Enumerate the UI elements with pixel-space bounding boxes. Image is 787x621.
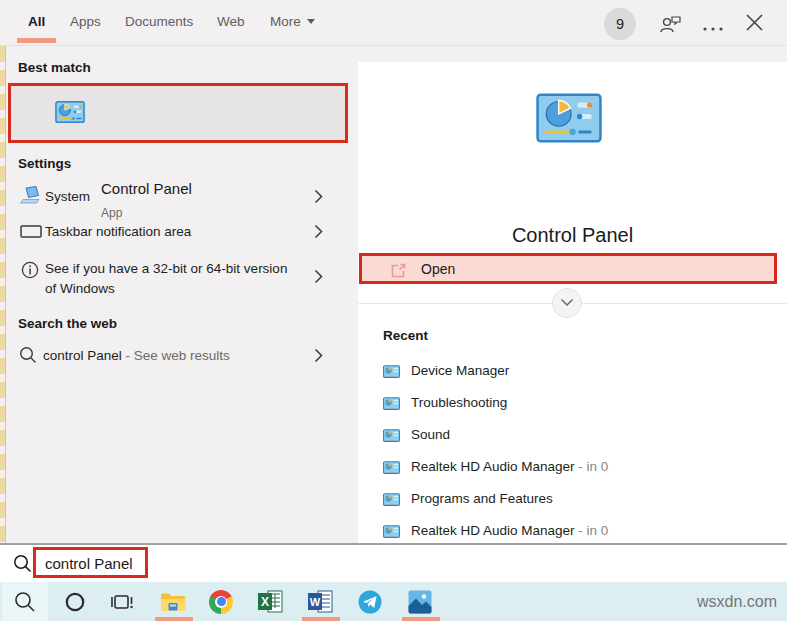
control-panel-mini-icon [383,461,400,474]
recent-item-label: Realtek HD Audio Manager - in 0 [411,523,608,538]
recent-item-label: Sound [411,427,450,442]
search-icon [13,554,32,573]
control-panel-mini-icon [383,525,400,538]
recent-item-label: Troubleshooting [411,395,507,410]
excel-icon: X [258,590,283,613]
search-web-label: control Panel - See web results [43,348,230,363]
notification-count-badge[interactable]: 9 [604,8,636,40]
recent-header: Recent [383,328,428,343]
feedback-person-icon [658,13,682,35]
tab-documents[interactable]: Documents [125,14,193,29]
chevron-right-icon [314,224,323,239]
cortana-icon [64,591,86,613]
tab-more[interactable]: More [270,14,315,29]
search-input-value[interactable]: control Panel [45,555,133,572]
taskbar-search-button[interactable] [2,582,48,621]
control-panel-mini-icon [383,429,400,442]
running-app-indicator [155,617,193,621]
chevron-right-icon [314,269,323,284]
recent-item-label: Programs and Features [411,491,553,506]
taskbar-icon [20,225,42,238]
search-the-web-header: Search the web [18,316,117,331]
laptop-icon [20,186,42,205]
taskbar-search-box[interactable]: control Panel [0,543,787,582]
search-flyout-topbar: All Apps Documents Web More 9 [0,0,787,46]
preview-app-title: Control Panel [358,224,787,247]
open-external-icon [390,262,407,279]
feedback-button[interactable] [658,13,682,39]
settings-item-label: See if you have a 32-bit or 64-bit versi… [45,259,295,299]
search-icon [19,346,37,364]
settings-item-label: Taskbar notification area [45,224,191,239]
result-preview-panel: Control Panel App Open Recent Device Man… [358,62,787,543]
recent-item-label: Realtek HD Audio Manager - in 0 [411,459,608,474]
search-web-result[interactable]: control Panel - See web results [0,342,348,372]
photos-icon [408,590,432,614]
more-options-button[interactable] [702,18,724,36]
open-action-row[interactable]: Open [359,253,777,284]
file-explorer-icon [160,591,186,613]
taskbar-word-button[interactable]: W [297,582,343,621]
control-panel-hero-icon [536,93,602,143]
close-button[interactable] [744,12,765,37]
open-label: Open [421,261,455,277]
svg-text:W: W [309,596,320,608]
taskbar-photos-button[interactable] [397,582,443,621]
running-app-indicator [302,617,340,621]
windows-taskbar: X W [0,582,787,621]
control-panel-mini-icon [383,397,400,410]
settings-header: Settings [18,156,71,171]
recent-item-label: Device Manager [411,363,509,378]
telegram-icon [358,590,382,614]
expand-actions-button[interactable] [552,288,582,318]
settings-item-system[interactable]: System [0,184,348,214]
info-icon [21,261,39,279]
control-panel-icon [55,100,85,124]
settings-item-32bit-64bit[interactable]: See if you have a 32-bit or 64-bit versi… [0,256,348,302]
taskbar-chrome-button[interactable] [198,582,244,621]
taskbar-cortana-button[interactable] [52,582,98,621]
taskbar-excel-button[interactable]: X [247,582,293,621]
tab-all[interactable]: All [28,14,45,29]
search-query-annotation: control Panel [33,547,148,578]
control-panel-mini-icon [383,493,400,506]
svg-text:X: X [260,595,268,609]
taskbar-task-view-button[interactable] [99,582,145,621]
taskbar-telegram-button[interactable] [347,582,393,621]
close-icon [744,12,765,33]
active-tab-indicator [17,38,56,43]
running-app-indicator [402,617,440,621]
watermark: wsxdn.com [697,593,777,611]
chevron-down-icon [560,298,574,307]
chrome-icon [209,590,233,614]
settings-item-taskbar-notification[interactable]: Taskbar notification area [0,219,348,249]
settings-item-label: System [45,189,90,204]
taskbar-file-explorer-button[interactable] [150,582,196,621]
best-match-result[interactable]: Control Panel App [8,83,348,143]
chevron-down-icon [307,19,315,24]
tab-web[interactable]: Web [217,14,245,29]
task-view-icon [110,592,134,612]
chevron-right-icon [314,348,323,363]
chevron-right-icon [314,189,323,204]
best-match-header: Best match [18,60,91,75]
tab-apps[interactable]: Apps [70,14,101,29]
ellipsis-icon [702,26,724,32]
control-panel-mini-icon [383,365,400,378]
search-icon [14,591,36,613]
word-icon: W [308,590,333,613]
